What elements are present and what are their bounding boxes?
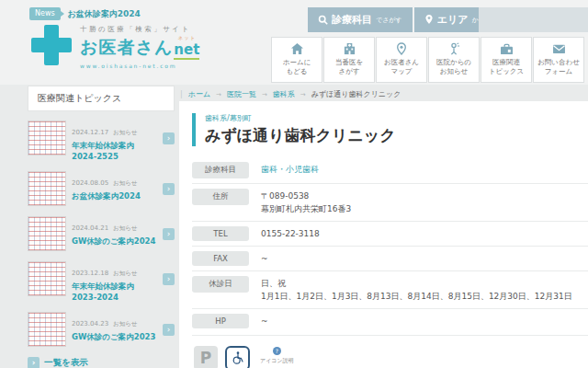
topic-date: 2023.12.18 — [72, 270, 108, 277]
topic-title[interactable]: 年末年始休診案内 2024-2525 — [72, 141, 161, 163]
topic-item[interactable]: 2024.04.21お知らせ GW休診のご案内2024 › — [28, 216, 175, 253]
topic-title[interactable]: GW休診のご案内2023 — [72, 332, 161, 343]
hospital-icon — [324, 41, 374, 56]
news-link[interactable]: お盆休診案内2024 — [68, 8, 141, 20]
topic-item[interactable]: 2023.04.23お知らせ GW休診のご案内2023 › — [28, 312, 175, 349]
page-title: みずほ通り歯科クリニック — [205, 125, 588, 146]
departments-link[interactable]: 歯科・小児歯科 — [261, 162, 319, 177]
announcement-icon — [429, 41, 479, 56]
search-icon — [318, 11, 328, 29]
nav-contact-form[interactable]: お問い合わせ フォーム — [533, 37, 584, 83]
nav-medical-topics[interactable]: 医療関連 トピックス — [481, 37, 532, 83]
site-logo[interactable]: 十勝の医療「検索」サイト お医者さん ネット net www.oishasan-… — [31, 25, 199, 69]
nav-home[interactable]: ホームに もどる — [271, 37, 322, 83]
topic-date: 2024.08.05 — [72, 179, 108, 187]
topic-item[interactable]: 2023.12.18お知らせ 年末年始休診案内 2023-2024 › — [28, 261, 175, 304]
icon-help[interactable]: ? アイコン説明 — [260, 347, 294, 365]
topic-title[interactable]: お盆休診案内2024 — [72, 191, 161, 202]
chevron-right-icon[interactable]: › — [163, 132, 175, 144]
topic-thumbnail — [28, 121, 66, 155]
topic-tag: お知らせ — [113, 179, 137, 187]
topic-title[interactable]: 年末年始休診案内 2023-2024 — [72, 282, 161, 304]
logo-ruby: ネット — [177, 35, 196, 41]
topic-tag: お知らせ — [113, 224, 137, 232]
clinic-detail-card: 歯科系/幕別町 みずほ通り歯科クリニック 診療科目 歯科・小児歯科 住所 〒08… — [179, 101, 588, 368]
chevron-right-icon: › — [28, 357, 40, 368]
clinic-details: 診療科目 歯科・小児歯科 住所 〒089-0538幕別町札内共栄町16番3 TE… — [192, 157, 588, 333]
parking-icon: P — [194, 346, 218, 368]
facility-icons: P ? アイコン説明 — [192, 335, 588, 368]
breadcrumb-current: みずほ通り歯科クリニック — [311, 89, 401, 99]
topic-item[interactable]: 2024.12.17お知らせ 年末年始休診案内 2024-2525 › — [28, 121, 175, 163]
topic-date: 2024.12.17 — [72, 129, 108, 136]
detail-row-tel: TEL 0155-22-3118 — [192, 221, 588, 246]
topic-thumbnail — [28, 261, 66, 296]
detail-row-address: 住所 〒089-0538幕別町札内共栄町16番3 — [192, 183, 588, 221]
detail-row-closed-days: 休診日 日、祝1月1日、1月2日、1月3日、8月13日、8月14日、8月15日、… — [192, 270, 588, 308]
news-badge: News — [29, 7, 61, 20]
page: News お盆休診案内2024 十勝の医療「検索」サイト お医者さん ネット n… — [0, 0, 588, 368]
breadcrumb-home[interactable]: ホーム — [188, 89, 210, 99]
briefcase-icon — [481, 41, 531, 56]
main-nav: ホームに もどる 当番医を さがす お医者さん マップ 医院からの お知らせ 医… — [271, 37, 584, 83]
sidebar-topics: 医療関連トピックス 2024.12.17お知らせ 年末年始休診案内 2024-2… — [28, 86, 175, 368]
topic-date: 2023.04.23 — [72, 320, 108, 328]
chevron-right-icon[interactable]: › — [163, 324, 175, 336]
mail-icon — [534, 41, 583, 56]
detail-row-fax: FAX ~ — [192, 246, 588, 270]
chevron-right-icon[interactable]: › — [163, 183, 175, 195]
topic-thumbnail — [28, 216, 66, 251]
chevron-right-icon[interactable]: › — [163, 228, 175, 240]
topic-tag: お知らせ — [113, 320, 137, 328]
logo-name: お医者さん — [80, 36, 173, 60]
clinic-category: 歯科系/幕別町 — [205, 113, 588, 123]
breadcrumb-dental[interactable]: 歯科系 — [273, 89, 295, 99]
breadcrumb-clinic-list[interactable]: 医院一覧 — [227, 89, 256, 99]
topic-thumbnail — [28, 171, 66, 206]
wheelchair-icon — [225, 346, 250, 368]
topic-thumbnail — [28, 312, 66, 347]
site-header: News お盆休診案内2024 十勝の医療「検索」サイト お医者さん ネット n… — [0, 0, 588, 85]
search-by-department-button[interactable]: 診療科目でさがす — [308, 7, 413, 32]
nav-clinic-news[interactable]: 医院からの お知らせ — [428, 37, 480, 83]
nav-on-duty-doctor[interactable]: 当番医を さがす — [323, 37, 375, 83]
logo-name-suffix: net — [174, 41, 199, 60]
map-pin-icon — [424, 11, 434, 29]
news-line: News お盆休診案内2024 — [29, 7, 141, 20]
clinic-header: 歯科系/幕別町 みずほ通り歯科クリニック — [192, 113, 588, 146]
detail-row-hp: HP ~ — [192, 308, 588, 333]
show-all-topics-link[interactable]: › 一覧を表示 — [28, 357, 175, 368]
sidebar-title: 医療関連トピックス — [28, 86, 175, 111]
medical-cross-icon — [31, 25, 72, 65]
topic-tag: お知らせ — [113, 129, 137, 136]
logo-tagline: 十勝の医療「検索」サイト — [80, 25, 199, 34]
topic-title[interactable]: GW休診のご案内2024 — [72, 236, 161, 247]
map-pin-icon — [377, 41, 426, 56]
topic-item[interactable]: 2024.08.05お知らせ お盆休診案内2024 › — [28, 171, 175, 208]
home-icon — [272, 41, 322, 56]
chevron-right-icon[interactable]: › — [163, 273, 175, 285]
header-search-spacer — [479, 7, 588, 32]
topic-date: 2024.04.21 — [72, 224, 108, 232]
breadcrumb: | ホーム → 医院一覧 → 歯科系 → みずほ通り歯科クリニック — [180, 89, 401, 99]
question-icon[interactable]: ? — [273, 347, 281, 355]
detail-row-departments: 診療科目 歯科・小児歯科 — [192, 157, 588, 183]
topic-tag: お知らせ — [113, 270, 137, 277]
nav-doctor-map[interactable]: お医者さん マップ — [376, 37, 427, 83]
logo-url: www.oishasan-net.com — [80, 63, 199, 69]
